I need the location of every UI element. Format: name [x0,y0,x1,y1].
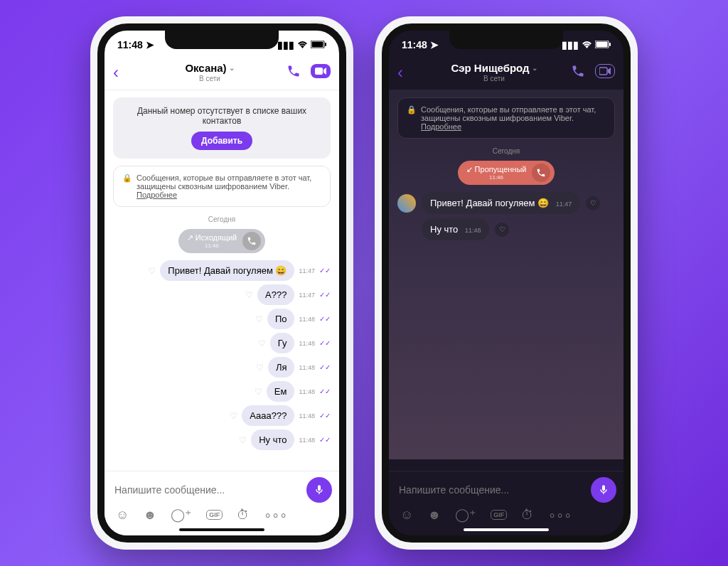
call-icon [242,232,261,250]
contact-name[interactable]: Оксана)⌄ [185,62,234,74]
message-row: ♡По11:48✓✓ [113,309,331,329]
heart-icon[interactable]: ♡ [495,223,509,237]
heart-icon[interactable]: ♡ [258,338,266,348]
message-bubble[interactable]: Ем [267,381,295,402]
message-bubble[interactable]: Гу [270,333,295,353]
encryption-more-link[interactable]: Подробнее [136,191,177,199]
arrow-icon: ↙ [466,165,473,173]
message-row: ♡Привет! Давай погуляем 😄11:47✓✓ [113,260,331,281]
mic-button[interactable] [591,477,616,503]
svg-rect-1 [312,42,323,48]
call-icon [532,164,550,182]
heart-icon[interactable]: ♡ [586,196,600,210]
location-icon: ➤ [146,39,154,50]
signal-icon: ▮▮▮ [562,39,579,50]
input-area: ☺ ☻ ◯⁺ GIF ⏱ ∘∘∘ [105,471,339,535]
message-bubble[interactable]: А??? [257,284,294,305]
battery-icon [311,39,326,50]
read-ticks-icon: ✓✓ [319,339,331,347]
heart-icon[interactable]: ♡ [245,290,253,300]
chat-header: ‹ Оксана)⌄ В сети [105,59,339,90]
call-icon[interactable] [571,64,585,81]
arrow-icon: ↗ [187,233,193,242]
more-icon[interactable]: ∘∘∘ [548,507,572,523]
heart-icon[interactable]: ♡ [255,387,262,397]
svg-rect-5 [596,42,608,48]
contact-status: В сети [417,75,571,82]
heart-icon[interactable]: ♡ [256,363,264,373]
camera-icon[interactable]: ◯⁺ [171,507,192,523]
heart-icon[interactable]: ♡ [239,435,247,445]
video-icon[interactable] [595,64,615,78]
read-ticks-icon: ✓✓ [319,363,331,371]
timer-icon[interactable]: ⏱ [521,508,534,523]
message-bubble[interactable]: Привет! Давай погуляем 😄 11:47 [422,192,580,214]
back-button[interactable]: ‹ [113,63,133,82]
gif-icon[interactable]: GIF [206,510,223,520]
message-bubble[interactable]: Ну что 11:48 [422,218,489,240]
encryption-more-link[interactable]: Подробнее [421,122,461,131]
sticker-icon[interactable]: ☺ [116,508,129,523]
message-time: 11:48 [299,437,315,444]
message-row: Ну что 11:48♡ [397,218,615,240]
phone-dark: 11:48 ➤ ▮▮▮ ‹ Сэр Нищеброд⌄ В сети [375,16,638,550]
message-input[interactable] [112,480,301,500]
message-row: ♡Ну что11:48✓✓ [113,429,331,450]
read-ticks-icon: ✓✓ [319,267,331,274]
message-time: 11:48 [299,364,315,371]
svg-rect-3 [315,68,323,75]
message-time: 11:48 [299,316,315,323]
clock: 11:48 [402,39,427,50]
message-time: 11:48 [299,388,315,395]
heart-icon[interactable]: ♡ [230,411,237,421]
heart-icon[interactable]: ♡ [255,314,263,324]
add-contact-button[interactable]: Добавить [191,132,252,150]
input-area: ☺ ☻ ◯⁺ GIF ⏱ ∘∘∘ [389,471,623,535]
message-row: ♡Ем11:48✓✓ [113,381,331,402]
notch [449,31,563,49]
notch [165,31,279,49]
message-bubble[interactable]: Привет! Давай погуляем 😄 [160,260,294,281]
camera-icon[interactable]: ◯⁺ [455,507,476,523]
message-row: ♡Аааа???11:48✓✓ [113,405,331,426]
missed-call-pill[interactable]: ↙ Пропущенный 11:46 [458,161,555,185]
back-button[interactable]: ‹ [397,63,417,82]
contact-status: В сети [133,75,287,82]
battery-icon [595,39,611,50]
message-row: Привет! Давай погуляем 😄 11:47♡ [397,192,615,214]
message-time: 11:48 [299,412,315,420]
contact-name[interactable]: Сэр Нищеброд⌄ [451,62,537,74]
sticker-icon[interactable]: ☺ [400,508,413,523]
gif-icon[interactable]: GIF [491,510,507,520]
chat-body[interactable]: Данный номер отсутствует в списке ваших … [105,90,339,459]
emoji-icon[interactable]: ☻ [143,508,156,523]
chat-body[interactable]: 🔒 Сообщения, которые вы отправляете в эт… [389,90,623,459]
phone-light: 11:48 ➤ ▮▮▮ ‹ Оксана)⌄ В сети [90,16,353,550]
encryption-notice: 🔒 Сообщения, которые вы отправляете в эт… [113,166,331,207]
outgoing-call-pill[interactable]: ↗ Исходящий 11:46 [178,229,265,253]
call-icon[interactable] [287,64,301,81]
date-separator: Сегодня [113,215,331,223]
read-ticks-icon: ✓✓ [319,436,331,444]
heart-icon[interactable]: ♡ [148,266,156,276]
signal-icon: ▮▮▮ [277,39,294,50]
video-icon[interactable] [311,64,331,78]
message-bubble[interactable]: Аааа??? [242,405,294,426]
svg-rect-6 [609,43,611,46]
lock-icon: 🔒 [122,173,132,199]
wifi-icon [582,39,592,50]
timer-icon[interactable]: ⏱ [237,508,250,523]
message-bubble[interactable]: Ля [268,357,295,378]
more-icon[interactable]: ∘∘∘ [264,507,287,523]
mic-button[interactable] [306,477,332,503]
message-bubble[interactable]: Ну что [251,429,294,450]
message-bubble[interactable]: По [267,309,295,329]
clock: 11:48 [117,39,143,50]
message-input[interactable] [396,480,585,500]
home-indicator[interactable] [179,528,264,531]
encryption-notice: 🔒 Сообщения, которые вы отправляете в эт… [397,97,615,139]
avatar[interactable] [397,194,416,213]
home-indicator[interactable] [464,528,549,531]
svg-rect-7 [599,68,607,75]
emoji-icon[interactable]: ☻ [427,508,441,523]
